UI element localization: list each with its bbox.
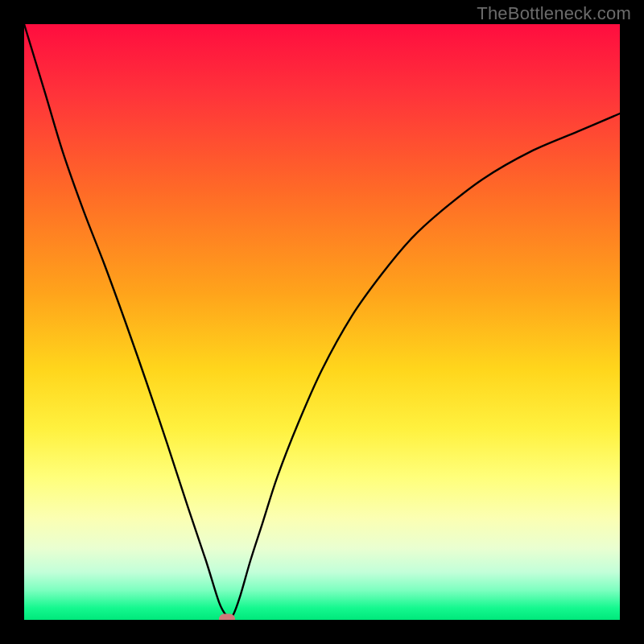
- optimal-point-marker: [219, 613, 235, 620]
- watermark-label: TheBottleneck.com: [477, 3, 631, 24]
- chart-frame: TheBottleneck.com: [0, 0, 644, 644]
- plot-area: [24, 24, 620, 620]
- bottleneck-curve: [24, 24, 620, 620]
